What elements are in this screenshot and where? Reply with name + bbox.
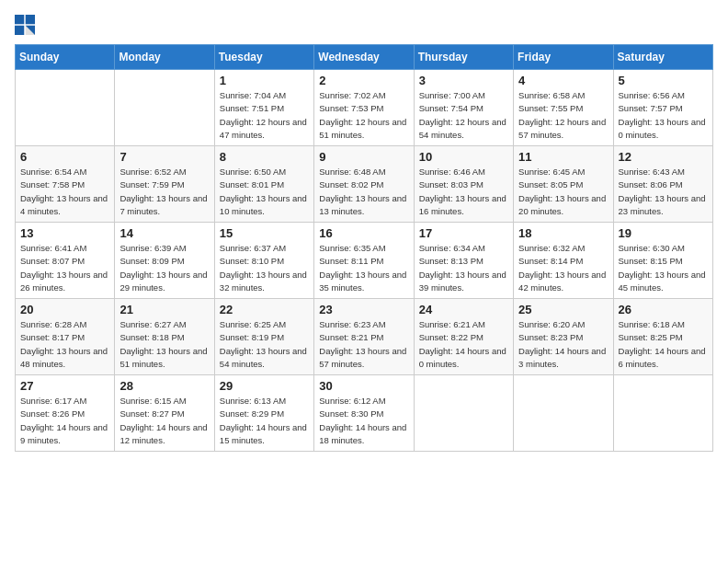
weekday-row: SundayMondayTuesdayWednesdayThursdayFrid… — [16, 45, 713, 70]
day-number: 19 — [619, 226, 708, 240]
calendar-cell: 10Sunrise: 6:46 AM Sunset: 8:03 PM Dayli… — [414, 146, 513, 223]
calendar-cell: 17Sunrise: 6:34 AM Sunset: 8:13 PM Dayli… — [414, 223, 513, 299]
calendar-cell: 9Sunrise: 6:48 AM Sunset: 8:02 PM Daylig… — [314, 146, 414, 223]
svg-rect-0 — [15, 15, 24, 24]
weekday-header-sunday: Sunday — [16, 45, 115, 70]
calendar-week-4: 20Sunrise: 6:28 AM Sunset: 8:17 PM Dayli… — [16, 299, 713, 375]
day-number: 3 — [419, 74, 508, 87]
day-info: Sunrise: 6:52 AM Sunset: 7:59 PM Dayligh… — [119, 166, 209, 218]
day-info: Sunrise: 6:30 AM Sunset: 8:15 PM Dayligh… — [619, 242, 708, 294]
day-info: Sunrise: 7:00 AM Sunset: 7:54 PM Dayligh… — [419, 89, 508, 142]
svg-rect-1 — [26, 15, 35, 24]
day-info: Sunrise: 6:50 AM Sunset: 8:01 PM Dayligh… — [220, 166, 309, 218]
weekday-header-monday: Monday — [115, 45, 214, 70]
calendar-body: 1Sunrise: 7:04 AM Sunset: 7:51 PM Daylig… — [16, 70, 713, 452]
calendar-cell: 18Sunrise: 6:32 AM Sunset: 8:14 PM Dayli… — [514, 223, 613, 299]
calendar-cell: 16Sunrise: 6:35 AM Sunset: 8:11 PM Dayli… — [314, 223, 414, 299]
calendar-week-2: 6Sunrise: 6:54 AM Sunset: 7:58 PM Daylig… — [16, 146, 713, 223]
calendar-cell: 1Sunrise: 7:04 AM Sunset: 7:51 PM Daylig… — [214, 70, 313, 146]
calendar-cell: 30Sunrise: 6:12 AM Sunset: 8:30 PM Dayli… — [314, 375, 414, 452]
day-number: 12 — [619, 150, 708, 164]
day-info: Sunrise: 6:28 AM Sunset: 8:17 PM Dayligh… — [20, 318, 109, 371]
day-info: Sunrise: 6:48 AM Sunset: 8:02 PM Dayligh… — [319, 166, 408, 218]
weekday-header-thursday: Thursday — [414, 45, 513, 70]
calendar-cell: 20Sunrise: 6:28 AM Sunset: 8:17 PM Dayli… — [16, 299, 115, 375]
calendar-week-3: 13Sunrise: 6:41 AM Sunset: 8:07 PM Dayli… — [16, 223, 713, 299]
day-number: 22 — [220, 303, 309, 316]
day-number: 23 — [319, 303, 408, 316]
calendar-cell — [613, 375, 712, 452]
day-number: 18 — [518, 226, 608, 240]
calendar-cell: 11Sunrise: 6:45 AM Sunset: 8:05 PM Dayli… — [514, 146, 613, 223]
day-number: 9 — [319, 150, 408, 164]
day-number: 17 — [419, 226, 508, 240]
day-number: 27 — [20, 379, 109, 393]
calendar-week-1: 1Sunrise: 7:04 AM Sunset: 7:51 PM Daylig… — [16, 70, 713, 146]
day-number: 2 — [319, 74, 408, 87]
day-info: Sunrise: 6:41 AM Sunset: 8:07 PM Dayligh… — [20, 242, 109, 294]
calendar-cell — [16, 70, 115, 146]
calendar-cell: 4Sunrise: 6:58 AM Sunset: 7:55 PM Daylig… — [514, 70, 613, 146]
logo-icon — [15, 15, 35, 35]
day-number: 4 — [518, 74, 608, 87]
day-number: 10 — [419, 150, 508, 164]
calendar-cell: 19Sunrise: 6:30 AM Sunset: 8:15 PM Dayli… — [613, 223, 712, 299]
day-number: 25 — [518, 303, 608, 316]
calendar-table: SundayMondayTuesdayWednesdayThursdayFrid… — [15, 44, 713, 452]
calendar-cell — [514, 375, 613, 452]
day-number: 29 — [220, 379, 309, 393]
calendar-cell: 26Sunrise: 6:18 AM Sunset: 8:25 PM Dayli… — [613, 299, 712, 375]
page-header — [15, 15, 713, 35]
calendar-cell: 6Sunrise: 6:54 AM Sunset: 7:58 PM Daylig… — [16, 146, 115, 223]
day-number: 26 — [619, 303, 708, 316]
calendar-cell: 12Sunrise: 6:43 AM Sunset: 8:06 PM Dayli… — [613, 146, 712, 223]
day-info: Sunrise: 6:21 AM Sunset: 8:22 PM Dayligh… — [419, 318, 508, 371]
day-info: Sunrise: 6:32 AM Sunset: 8:14 PM Dayligh… — [518, 242, 608, 294]
calendar-cell: 23Sunrise: 6:23 AM Sunset: 8:21 PM Dayli… — [314, 299, 414, 375]
calendar-cell: 15Sunrise: 6:37 AM Sunset: 8:10 PM Dayli… — [214, 223, 313, 299]
day-info: Sunrise: 6:12 AM Sunset: 8:30 PM Dayligh… — [319, 395, 408, 447]
day-number: 28 — [119, 379, 209, 393]
calendar-cell: 25Sunrise: 6:20 AM Sunset: 8:23 PM Dayli… — [514, 299, 613, 375]
day-info: Sunrise: 7:02 AM Sunset: 7:53 PM Dayligh… — [319, 89, 408, 142]
day-info: Sunrise: 6:17 AM Sunset: 8:26 PM Dayligh… — [20, 395, 109, 447]
calendar-week-5: 27Sunrise: 6:17 AM Sunset: 8:26 PM Dayli… — [16, 375, 713, 452]
calendar-cell: 3Sunrise: 7:00 AM Sunset: 7:54 PM Daylig… — [414, 70, 513, 146]
day-info: Sunrise: 6:25 AM Sunset: 8:19 PM Dayligh… — [220, 318, 309, 371]
day-info: Sunrise: 6:37 AM Sunset: 8:10 PM Dayligh… — [220, 242, 309, 294]
day-info: Sunrise: 6:34 AM Sunset: 8:13 PM Dayligh… — [419, 242, 508, 294]
calendar-cell: 28Sunrise: 6:15 AM Sunset: 8:27 PM Dayli… — [115, 375, 214, 452]
day-info: Sunrise: 6:46 AM Sunset: 8:03 PM Dayligh… — [419, 166, 508, 218]
day-number: 13 — [20, 226, 109, 240]
calendar-cell: 2Sunrise: 7:02 AM Sunset: 7:53 PM Daylig… — [314, 70, 414, 146]
day-info: Sunrise: 6:43 AM Sunset: 8:06 PM Dayligh… — [619, 166, 708, 218]
day-number: 15 — [220, 226, 309, 240]
calendar-cell: 21Sunrise: 6:27 AM Sunset: 8:18 PM Dayli… — [115, 299, 214, 375]
day-info: Sunrise: 6:27 AM Sunset: 8:18 PM Dayligh… — [119, 318, 209, 371]
day-info: Sunrise: 6:39 AM Sunset: 8:09 PM Dayligh… — [119, 242, 209, 294]
day-number: 1 — [220, 74, 309, 87]
day-info: Sunrise: 6:18 AM Sunset: 8:25 PM Dayligh… — [619, 318, 708, 371]
calendar-cell: 8Sunrise: 6:50 AM Sunset: 8:01 PM Daylig… — [214, 146, 313, 223]
day-number: 30 — [319, 379, 408, 393]
day-number: 21 — [119, 303, 209, 316]
calendar-cell — [115, 70, 214, 146]
day-info: Sunrise: 6:35 AM Sunset: 8:11 PM Dayligh… — [319, 242, 408, 294]
day-info: Sunrise: 6:56 AM Sunset: 7:57 PM Dayligh… — [619, 89, 708, 142]
logo — [15, 15, 39, 35]
svg-rect-2 — [15, 26, 24, 35]
day-number: 6 — [20, 150, 109, 164]
weekday-header-tuesday: Tuesday — [214, 45, 313, 70]
calendar-cell: 27Sunrise: 6:17 AM Sunset: 8:26 PM Dayli… — [16, 375, 115, 452]
day-info: Sunrise: 6:15 AM Sunset: 8:27 PM Dayligh… — [119, 395, 209, 447]
day-number: 14 — [119, 226, 209, 240]
calendar-cell: 29Sunrise: 6:13 AM Sunset: 8:29 PM Dayli… — [214, 375, 313, 452]
calendar-cell: 22Sunrise: 6:25 AM Sunset: 8:19 PM Dayli… — [214, 299, 313, 375]
weekday-header-wednesday: Wednesday — [314, 45, 414, 70]
day-info: Sunrise: 7:04 AM Sunset: 7:51 PM Dayligh… — [220, 89, 309, 142]
calendar-cell: 24Sunrise: 6:21 AM Sunset: 8:22 PM Dayli… — [414, 299, 513, 375]
day-info: Sunrise: 6:20 AM Sunset: 8:23 PM Dayligh… — [518, 318, 608, 371]
day-number: 16 — [319, 226, 408, 240]
day-info: Sunrise: 6:54 AM Sunset: 7:58 PM Dayligh… — [20, 166, 109, 218]
calendar-cell: 7Sunrise: 6:52 AM Sunset: 7:59 PM Daylig… — [115, 146, 214, 223]
